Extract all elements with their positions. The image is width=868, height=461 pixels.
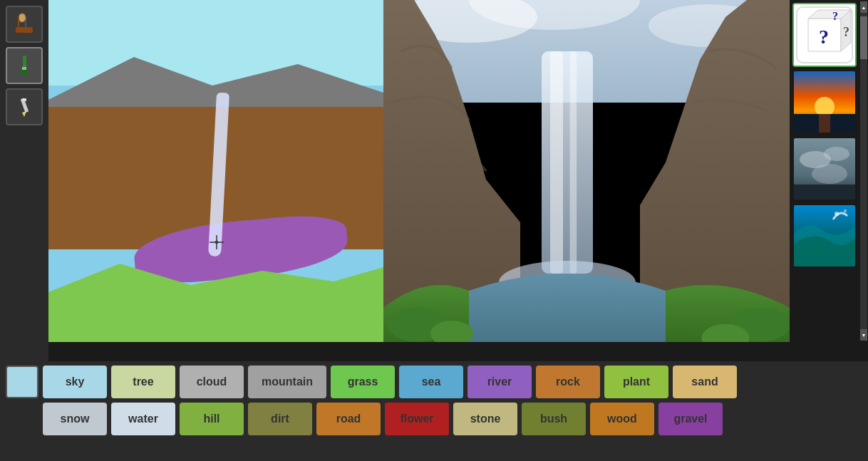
drawing-canvas[interactable] xyxy=(48,0,383,342)
svg-rect-8 xyxy=(22,98,26,101)
thumbnail-panel: ? ? ? xyxy=(790,0,868,342)
label-btn-flower[interactable]: flower xyxy=(385,403,449,435)
svg-point-40 xyxy=(824,147,849,161)
label-btn-river[interactable]: river xyxy=(467,366,532,398)
svg-rect-16 xyxy=(542,51,593,274)
thumbnail-dice[interactable]: ? ? ? xyxy=(792,3,857,67)
thumbnail-scrollbar[interactable]: ▲ ▼ xyxy=(859,0,868,342)
sky-layer xyxy=(48,0,383,86)
cursor xyxy=(210,235,224,249)
svg-text:?: ? xyxy=(832,10,838,22)
brush-tool-button[interactable] xyxy=(6,47,43,84)
svg-point-1 xyxy=(19,14,26,22)
label-btn-sea[interactable]: sea xyxy=(399,366,463,398)
svg-rect-42 xyxy=(794,185,855,200)
label-panel: skytreecloudmountaingrassseariverrockpla… xyxy=(0,361,868,461)
fill-tool-button[interactable] xyxy=(6,6,43,43)
svg-point-41 xyxy=(812,164,847,184)
scroll-thumb[interactable] xyxy=(860,16,867,59)
label-btn-wood[interactable]: wood xyxy=(590,403,654,435)
thumbnail-sunset[interactable] xyxy=(792,70,857,134)
label-btn-dirt[interactable]: dirt xyxy=(248,403,312,435)
reference-svg xyxy=(383,0,790,342)
svg-rect-5 xyxy=(22,67,26,70)
label-btn-gravel[interactable]: gravel xyxy=(658,403,723,435)
svg-rect-17 xyxy=(550,51,563,274)
label-btn-snow[interactable]: snow xyxy=(43,403,107,435)
reference-area xyxy=(383,0,790,342)
label-btn-grass[interactable]: grass xyxy=(331,366,395,398)
thumbnail-waves[interactable] xyxy=(792,204,857,268)
pencil-tool-button[interactable] xyxy=(6,88,43,125)
svg-point-45 xyxy=(844,209,847,212)
thumbnail-clouds[interactable] xyxy=(792,137,857,201)
svg-rect-3 xyxy=(23,56,26,68)
svg-rect-18 xyxy=(570,51,577,274)
scroll-up-button[interactable]: ▲ xyxy=(860,1,867,13)
scroll-track xyxy=(860,13,867,329)
label-btn-tree[interactable]: tree xyxy=(111,366,175,398)
scroll-down-button[interactable]: ▼ xyxy=(860,329,867,341)
label-btn-rock[interactable]: rock xyxy=(536,366,600,398)
svg-rect-37 xyxy=(819,114,830,133)
label-btn-road[interactable]: road xyxy=(316,403,381,435)
svg-rect-2 xyxy=(18,16,19,27)
label-row-1: skytreecloudmountaingrassseariverrockpla… xyxy=(6,366,862,398)
active-color-swatch[interactable] xyxy=(6,366,38,398)
svg-rect-0 xyxy=(16,27,33,33)
svg-text:?: ? xyxy=(819,26,829,48)
svg-point-35 xyxy=(815,97,835,117)
label-btn-hill[interactable]: hill xyxy=(180,403,244,435)
thumbnail-list: ? ? ? xyxy=(790,0,859,342)
label-btn-water[interactable]: water xyxy=(111,403,175,435)
svg-text:?: ? xyxy=(843,25,849,39)
label-btn-bush[interactable]: bush xyxy=(522,403,586,435)
toolbar xyxy=(0,0,48,361)
label-row-2: snowwaterhilldirtroadflowerstonebushwood… xyxy=(6,403,862,435)
label-btn-sky[interactable]: sky xyxy=(43,366,107,398)
label-btn-sand[interactable]: sand xyxy=(673,366,737,398)
label-btn-stone[interactable]: stone xyxy=(453,403,517,435)
label-btn-plant[interactable]: plant xyxy=(604,366,668,398)
svg-marker-7 xyxy=(22,111,26,117)
label-btn-cloud[interactable]: cloud xyxy=(180,366,244,398)
svg-point-44 xyxy=(835,212,839,216)
label-btn-mountain[interactable]: mountain xyxy=(248,366,326,398)
